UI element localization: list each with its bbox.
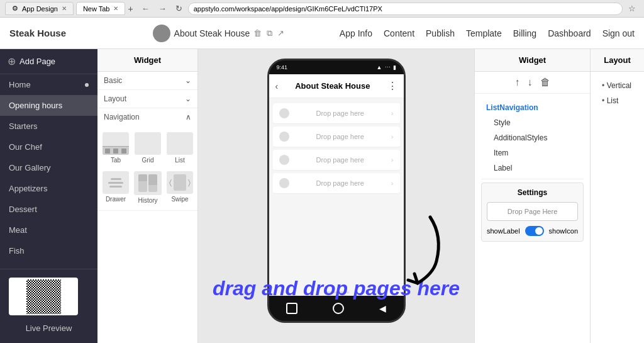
sidebar-nav-items: Home Opening hours Starters Our Chef Our…: [0, 74, 97, 269]
swipe-widget-label: Swipe: [171, 196, 188, 203]
phone-home-icon[interactable]: [286, 303, 297, 314]
drop-zone-circle-3: [279, 155, 289, 165]
nav-template[interactable]: Template: [466, 28, 502, 38]
phone-circle-icon[interactable]: [333, 303, 344, 314]
toolbar-delete-button[interactable]: 🗑: [540, 77, 550, 88]
nav-publish[interactable]: Publish: [426, 28, 455, 38]
sidebar-label-appetizers: Appetizers: [9, 184, 47, 193]
drawer-widget-icon: [103, 171, 129, 194]
drop-zone-2[interactable]: Drop page here ›: [273, 127, 400, 147]
tab-label: App Design: [22, 5, 58, 13]
phone-menu-dots-icon[interactable]: ⋮: [387, 80, 397, 92]
arrow-annotation: [374, 211, 449, 293]
nav-dashboard[interactable]: Dashboard: [548, 28, 591, 38]
list-nav-item-additional[interactable]: AdditionalStyles: [481, 130, 584, 145]
add-page-button[interactable]: ⊕ Add Page: [0, 49, 97, 74]
sidebar-item-dessert[interactable]: Dessert: [0, 199, 97, 220]
show-label-toggle[interactable]: [525, 226, 544, 236]
phone-status-bar: 9:41 ▲ ⋯ ▮: [269, 60, 404, 74]
sidebar-item-appetizers[interactable]: Appetizers: [0, 178, 97, 199]
widget-drawer[interactable]: Drawer: [101, 169, 130, 206]
nav-app-info[interactable]: App Info: [340, 28, 372, 38]
drop-zone-arrow-1: ›: [391, 110, 394, 117]
widget-right-toolbar: ↑ ↓ 🗑: [475, 72, 590, 94]
navigation-widget-grid: Tab Grid: [97, 126, 197, 210]
widget-tab[interactable]: Tab: [101, 130, 130, 166]
trash-icon[interactable]: 🗑: [253, 28, 262, 38]
toolbar-up-button[interactable]: ↑: [515, 77, 520, 88]
drop-zone-arrow-3: ›: [391, 156, 394, 164]
sidebar-item-home[interactable]: Home: [0, 74, 97, 95]
nav-sign-out[interactable]: Sign out: [602, 28, 635, 38]
style-label: Style: [494, 118, 511, 127]
list-nav-item-style[interactable]: Style: [481, 115, 584, 130]
grid-widget-icon: [135, 132, 161, 155]
browser-tab-newtab[interactable]: New Tab ✕: [76, 2, 126, 15]
widget-section-layout-title[interactable]: Layout ⌄: [97, 90, 197, 108]
widget-grid-item[interactable]: Grid: [133, 130, 163, 166]
browser-tab-appdesign[interactable]: ⚙ App Design ✕: [5, 2, 74, 15]
live-preview-label[interactable]: Live Preview: [0, 318, 97, 338]
bookmark-button[interactable]: ☆: [625, 3, 639, 14]
main-layout: ⊕ Add Page Home Opening hours Starters O…: [0, 49, 644, 343]
swipe-widget-icon: 〈 〉: [167, 171, 193, 194]
widget-section-nav-title[interactable]: Navigation ∧: [97, 108, 197, 126]
sidebar-label-our-gallery: Our Gallery: [9, 163, 50, 172]
drop-zone-3[interactable]: Drop page here ›: [273, 150, 400, 171]
copy-icon[interactable]: ⧉: [267, 28, 272, 38]
widget-right-panel: Widget ↑ ↓ 🗑 ListNavigation Style Additi…: [474, 49, 590, 343]
tab-label-newtab: New Tab: [83, 5, 110, 13]
layout-item-list[interactable]: List: [597, 93, 638, 108]
phone-back-icon[interactable]: ‹: [275, 81, 279, 91]
sidebar-item-starters[interactable]: Starters: [0, 116, 97, 137]
history-widget-icon: [134, 171, 162, 195]
share-icon[interactable]: ↗: [277, 28, 284, 38]
qr-code: [9, 278, 78, 315]
nav-billing[interactable]: Billing: [513, 28, 536, 38]
widget-section-basic-title[interactable]: Basic ⌄: [97, 72, 197, 89]
widget-panel-title: Widget: [97, 49, 197, 72]
phone-wifi-icon: ⋯: [385, 64, 391, 70]
layout-panel-title: Layout: [591, 49, 644, 72]
phone-battery-icon: ▮: [393, 64, 396, 70]
widget-list[interactable]: List: [165, 130, 194, 166]
list-nav-item-item[interactable]: Item: [481, 145, 584, 160]
qr-image: [26, 279, 61, 314]
widget-section-layout: Layout ⌄: [97, 90, 197, 108]
nav-content[interactable]: Content: [384, 28, 414, 38]
widget-history[interactable]: History: [133, 169, 163, 206]
sidebar-item-contact[interactable]: Contant us: [0, 261, 97, 269]
drop-zone-circle-2: [279, 132, 289, 142]
url-bar[interactable]: [188, 3, 623, 15]
tab-close-newtab[interactable]: ✕: [113, 5, 118, 12]
drop-zone-1[interactable]: Drop page here ›: [273, 103, 400, 124]
sidebar-label-meat: Meat: [9, 225, 27, 235]
sidebar-item-our-chef[interactable]: Our Chef: [0, 137, 97, 157]
list-nav-item-label[interactable]: Label: [481, 160, 584, 176]
forward-button[interactable]: →: [155, 3, 170, 14]
settings-title: Settings: [487, 188, 578, 197]
drop-zone-4[interactable]: Drop page here ›: [273, 173, 400, 194]
sidebar-item-fish[interactable]: Fish: [0, 240, 97, 261]
list-nav-item-listnavigation[interactable]: ListNavigation: [481, 100, 584, 115]
sidebar-item-opening-hours[interactable]: Opening hours: [0, 95, 97, 116]
sidebar-item-our-gallery[interactable]: Our Gallery: [0, 157, 97, 178]
left-sidebar: ⊕ Add Page Home Opening hours Starters O…: [0, 49, 97, 343]
new-tab-button[interactable]: +: [128, 2, 133, 15]
list-widget-icon: [167, 132, 193, 155]
layout-panel-content: Vertical List: [591, 72, 644, 343]
nav-chevron-icon: ∧: [186, 113, 191, 121]
tab-close-appdesign[interactable]: ✕: [62, 5, 67, 12]
browser-chrome: ⚙ App Design ✕ New Tab ✕ + ← → ↻ ☆: [0, 0, 644, 18]
drop-zone-arrow-2: ›: [391, 133, 394, 140]
widget-swipe[interactable]: 〈 〉 Swipe: [165, 169, 194, 206]
drop-page-zone[interactable]: Drop Page Here: [487, 202, 578, 221]
back-button[interactable]: ←: [138, 3, 153, 14]
layout-item-vertical[interactable]: Vertical: [597, 78, 638, 93]
toolbar-down-button[interactable]: ↓: [528, 77, 533, 88]
drop-zone-circle-1: [279, 108, 289, 118]
refresh-button[interactable]: ↻: [172, 3, 186, 14]
sidebar-item-meat[interactable]: Meat: [0, 220, 97, 240]
phone-back-button[interactable]: ◀: [379, 303, 386, 313]
phone-app-title: About Steak House: [283, 81, 382, 91]
